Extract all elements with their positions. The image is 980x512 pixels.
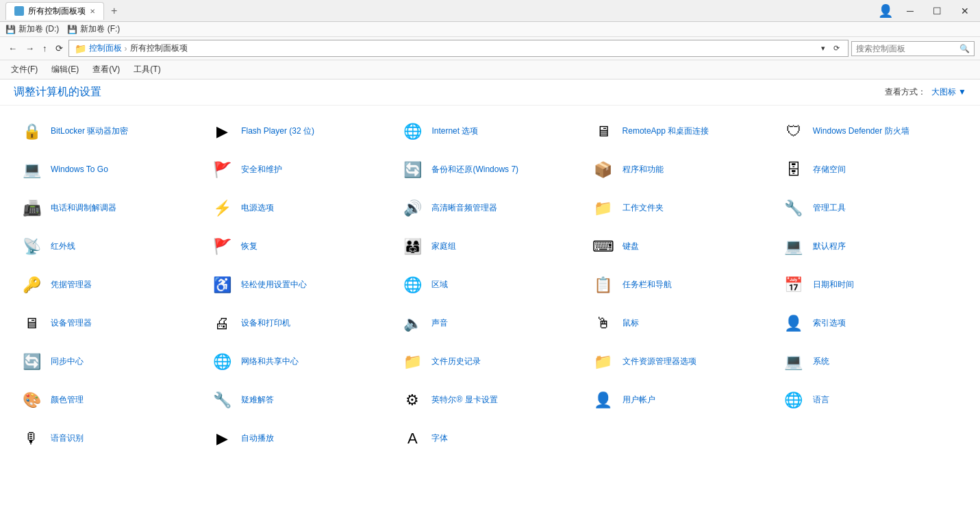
content-area: 🔒 BitLocker 驱动器加密 ▶ Flash Player (32 位) …	[0, 106, 980, 511]
cp-item-1[interactable]: ▶ Flash Player (32 位)	[204, 112, 394, 151]
cp-item-13[interactable]: 📁 工作文件夹	[586, 189, 776, 228]
cp-item-19[interactable]: 💻 默认程序	[776, 228, 966, 266]
cp-item-16[interactable]: 🚩 恢复	[204, 228, 394, 266]
cp-item-icon-35: 🎨	[19, 388, 44, 413]
minimize-button[interactable]: ─	[901, 3, 919, 19]
menu-file[interactable]: 文件(F)	[5, 62, 43, 77]
drive-f[interactable]: 💾 新加卷 (F:)	[67, 23, 120, 35]
cp-item-32[interactable]: 📁 文件历史记录	[394, 343, 585, 381]
cp-item-icon-20: 🔑	[19, 273, 44, 297]
view-mode-selector[interactable]: 大图标 ▼	[931, 86, 966, 98]
cp-item-3[interactable]: 🖥 RemoteApp 和桌面连接	[586, 112, 776, 151]
cp-item-label-17: 家庭组	[431, 241, 456, 252]
menu-bar: 文件(F) 编辑(E) 查看(V) 工具(T)	[0, 60, 980, 80]
up-button[interactable]: ↑	[40, 42, 50, 55]
cp-item-label-4: Windows Defender 防火墙	[813, 126, 909, 137]
cp-item-18[interactable]: ⌨ 键盘	[586, 228, 776, 266]
cp-item-label-23: 任务栏和导航	[623, 280, 672, 291]
cp-item-icon-31: 🌐	[210, 350, 234, 374]
cp-item-icon-41: ▶	[210, 426, 234, 451]
cp-item-label-15: 红外线	[51, 241, 75, 252]
cp-item-label-7: 备份和还原(Windows 7)	[431, 164, 518, 175]
maximize-button[interactable]: ☐	[927, 3, 947, 19]
cp-item-14[interactable]: 🔧 管理工具	[776, 189, 966, 228]
cp-item-icon-15: 📡	[19, 234, 44, 259]
cp-item-12[interactable]: 🔊 高清晰音频管理器	[394, 189, 585, 228]
cp-item-label-25: 设备管理器	[51, 318, 92, 329]
cp-item-4[interactable]: 🛡 Windows Defender 防火墙	[776, 112, 966, 151]
drive-d-label: 新加卷 (D:)	[18, 23, 59, 35]
cp-item-label-37: 英特尔® 显卡设置	[431, 395, 497, 406]
cp-item-9[interactable]: 🗄 存储空间	[776, 151, 966, 189]
cp-item-30[interactable]: 🔄 同步中心	[14, 343, 204, 381]
cp-item-label-18: 键盘	[623, 241, 639, 252]
cp-item-25[interactable]: 🖥 设备管理器	[14, 304, 204, 343]
cp-item-29[interactable]: 👤 索引选项	[776, 304, 966, 343]
cp-item-label-22: 区域	[431, 280, 448, 291]
cp-item-35[interactable]: 🎨 颜色管理	[14, 381, 204, 419]
cp-item-22[interactable]: 🌐 区域	[394, 266, 585, 304]
cp-item-label-27: 声音	[431, 318, 448, 329]
view-label: 查看方式：	[885, 86, 926, 98]
menu-view[interactable]: 查看(V)	[87, 62, 125, 77]
cp-item-24[interactable]: 📅 日期和时间	[776, 266, 966, 304]
cp-item-label-41: 自动播放	[241, 433, 274, 444]
cp-item-5[interactable]: 💻 Windows To Go	[14, 151, 204, 189]
cp-item-34[interactable]: 💻 系统	[776, 343, 966, 381]
cp-item-40[interactable]: 🎙 语音识别	[14, 419, 204, 458]
cp-item-23[interactable]: 📋 任务栏和导航	[586, 266, 776, 304]
drive-d[interactable]: 💾 新加卷 (D:)	[5, 23, 59, 35]
tab-close-button[interactable]: ✕	[90, 8, 95, 15]
cp-item-11[interactable]: ⚡ 电源选项	[204, 189, 394, 228]
menu-tools[interactable]: 工具(T)	[128, 62, 166, 77]
cp-item-icon-12: 🔊	[400, 196, 425, 221]
new-tab-button[interactable]: +	[107, 5, 121, 17]
cp-item-33[interactable]: 📁 文件资源管理器选项	[586, 343, 776, 381]
cp-item-icon-18: ⌨	[591, 234, 616, 259]
path-dropdown-button[interactable]: ▾	[818, 42, 828, 54]
cp-item-37[interactable]: ⚙ 英特尔® 显卡设置	[394, 381, 585, 419]
cp-item-36[interactable]: 🔧 疑难解答	[204, 381, 394, 419]
cp-item-label-33: 文件资源管理器选项	[623, 356, 696, 367]
cp-item-41[interactable]: ▶ 自动播放	[204, 419, 394, 458]
search-input[interactable]	[856, 44, 959, 53]
cp-item-39[interactable]: 🌐 语言	[776, 381, 966, 419]
search-box[interactable]: 🔍	[851, 41, 975, 56]
cp-item-26[interactable]: 🖨 设备和打印机	[204, 304, 394, 343]
cp-item-10[interactable]: 📠 电话和调制解调器	[14, 189, 204, 228]
cp-item-31[interactable]: 🌐 网络和共享中心	[204, 343, 394, 381]
cp-item-28[interactable]: 🖱 鼠标	[586, 304, 776, 343]
cp-item-15[interactable]: 📡 红外线	[14, 228, 204, 266]
forward-button[interactable]: →	[23, 42, 37, 55]
cp-item-icon-36: 🔧	[210, 388, 234, 413]
address-bar[interactable]: 📁 控制面板 › 所有控制面板项 ▾ ⟳	[68, 40, 849, 57]
cp-item-icon-23: 📋	[591, 273, 616, 297]
cp-item-2[interactable]: 🌐 Internet 选项	[394, 112, 585, 151]
cp-item-icon-29: 👤	[781, 311, 806, 336]
active-tab[interactable]: 所有控制面板项 ✕	[5, 2, 104, 20]
refresh-button[interactable]: ⟳	[53, 42, 66, 55]
menu-edit[interactable]: 编辑(E)	[46, 62, 84, 77]
cp-item-7[interactable]: 🔄 备份和还原(Windows 7)	[394, 151, 585, 189]
cp-item-icon-16: 🚩	[210, 234, 234, 259]
cp-item-label-13: 工作文件夹	[623, 203, 664, 214]
cp-item-8[interactable]: 📦 程序和功能	[586, 151, 776, 189]
cp-item-label-42: 字体	[431, 433, 448, 444]
cp-item-icon-38: 👤	[591, 388, 616, 413]
cp-item-20[interactable]: 🔑 凭据管理器	[14, 266, 204, 304]
cp-item-27[interactable]: 🔈 声音	[394, 304, 585, 343]
cp-item-17[interactable]: 👨‍👩‍👧 家庭组	[394, 228, 585, 266]
cp-item-0[interactable]: 🔒 BitLocker 驱动器加密	[14, 112, 204, 151]
breadcrumb-root: 控制面板	[89, 42, 122, 54]
items-grid: 🔒 BitLocker 驱动器加密 ▶ Flash Player (32 位) …	[14, 112, 966, 458]
cp-item-38[interactable]: 👤 用户帐户	[586, 381, 776, 419]
cp-item-42[interactable]: A 字体	[394, 419, 585, 458]
breadcrumb-current: 所有控制面板项	[130, 42, 188, 54]
close-button[interactable]: ✕	[955, 3, 975, 19]
cp-item-icon-24: 📅	[781, 273, 806, 297]
cp-item-21[interactable]: ♿ 轻松使用设置中心	[204, 266, 394, 304]
back-button[interactable]: ←	[5, 42, 20, 55]
refresh-path-button[interactable]: ⟳	[831, 42, 842, 54]
cp-item-label-3: RemoteApp 和桌面连接	[623, 126, 709, 137]
cp-item-6[interactable]: 🚩 安全和维护	[204, 151, 394, 189]
